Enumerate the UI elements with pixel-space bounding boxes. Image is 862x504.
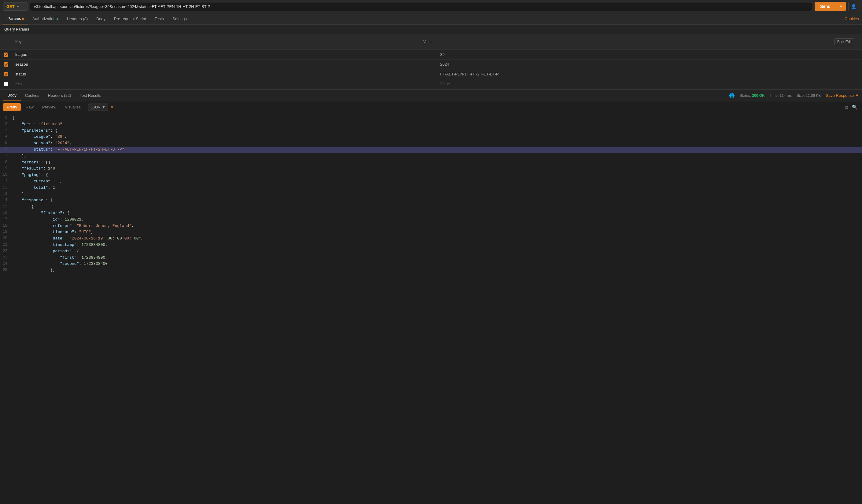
tab-headers[interactable]: Headers (8)	[63, 13, 92, 24]
auth-dot	[56, 18, 58, 20]
save-response-button[interactable]: Save Response ▼	[826, 93, 859, 98]
tab-body[interactable]: Body	[92, 13, 110, 24]
tab-params[interactable]: Params	[3, 13, 28, 24]
param-row-status: status FT-AET-PEN-1H-HT-2H-ET-BT-P	[0, 69, 862, 79]
body-tab-raw[interactable]: Raw	[22, 103, 37, 111]
json-line-15: 15 {	[0, 204, 862, 210]
response-section: Body Cookies Headers (22) Test Results 🌐…	[0, 89, 862, 504]
response-status-bar: 🌐 Status: 200 OK Time: 114 ms Size: 11.0…	[729, 93, 859, 98]
param-row-empty: Key Value	[0, 79, 862, 89]
value-header: Value	[420, 37, 828, 47]
value-cell-status: FT-AET-PEN-1H-HT-2H-ET-BT-P	[437, 69, 862, 79]
params-dot	[22, 18, 24, 20]
json-line-4: 4 "league": "39",	[0, 134, 862, 140]
json-line-23: 23 "first": 1723834800,	[0, 255, 862, 261]
body-tab-preview[interactable]: Preview	[39, 103, 60, 111]
status-value: 200 OK	[752, 93, 765, 98]
send-label: Send	[814, 2, 836, 11]
checkbox-cell-empty	[0, 79, 12, 89]
json-line-25: 25 },	[0, 267, 862, 274]
copy-icon[interactable]: ⧉	[844, 104, 849, 110]
time-value: 114 ms	[780, 93, 792, 98]
key-cell-season: season	[12, 59, 437, 69]
query-params-section: Query Params Key Value Bulk Edit league	[0, 25, 862, 89]
value-cell-league: 39	[437, 50, 862, 59]
json-line-10: 10 "paging": {	[0, 172, 862, 178]
send-chevron-icon[interactable]: ▼	[836, 2, 846, 10]
profile-icon-button[interactable]: 👤	[848, 2, 859, 11]
tab-authorization[interactable]: Authorization	[28, 13, 63, 24]
bulk-edit-header: Bulk Edit	[828, 34, 862, 50]
response-tabs: Body Cookies Headers (22) Test Results 🌐…	[0, 90, 862, 102]
save-response-chevron-icon: ▼	[855, 93, 859, 98]
json-line-24: 24 "second": 1723838400	[0, 261, 862, 267]
json-line-18: 18 "referee": "Robert Jones, England",	[0, 223, 862, 229]
key-header: Key	[12, 37, 420, 47]
json-line-21: 21 "timestamp": 1723834800,	[0, 242, 862, 248]
method-select[interactable]: GET ▼	[3, 2, 27, 11]
json-line-12: 12 "total": 1	[0, 185, 862, 191]
url-bar: GET ▼ Send ▼ 👤	[0, 0, 862, 13]
json-line-14: 14 "response": [	[0, 197, 862, 204]
query-params-header: Query Params	[0, 25, 862, 34]
time-label: Time: 114 ms	[770, 93, 792, 98]
cookies-link[interactable]: Cookies	[845, 16, 859, 21]
value-cell-season: 2024	[437, 59, 862, 69]
url-input[interactable]	[30, 2, 812, 11]
json-line-5: 5 "season": "2024",	[0, 140, 862, 147]
json-line-3: 3 "parameters": {	[0, 128, 862, 134]
status-label: Status: 200 OK	[740, 93, 765, 98]
filter-icon[interactable]: ≡	[110, 105, 113, 110]
key-cell-league: league	[12, 50, 437, 59]
format-label: JSON	[91, 105, 101, 109]
format-select[interactable]: JSON ▼	[88, 104, 108, 111]
search-icon[interactable]: 🔍	[851, 104, 859, 110]
json-viewer[interactable]: 1{2 "get": "fixtures",3 "parameters": {4…	[0, 113, 862, 504]
format-chevron-icon: ▼	[102, 105, 105, 109]
json-line-17: 17 "id": 1208021,	[0, 216, 862, 223]
bulk-edit-button[interactable]: Bulk Edit	[835, 39, 854, 45]
checkbox-cell-league	[0, 50, 12, 59]
json-line-8: 8 "errors": [],	[0, 159, 862, 166]
size-value: 11.06 KB	[806, 93, 821, 98]
method-label: GET	[6, 4, 15, 9]
params-table-header: Key Value Bulk Edit	[0, 34, 862, 50]
json-line-13: 13 },	[0, 191, 862, 198]
checkbox-status[interactable]	[4, 72, 8, 76]
request-tabs: Params Authorization Headers (8) Body Pr…	[0, 13, 862, 25]
tab-response-body[interactable]: Body	[3, 90, 21, 101]
tab-pre-request[interactable]: Pre-request Script	[110, 13, 151, 24]
checkbox-empty[interactable]	[4, 82, 8, 86]
json-line-16: 16 "fixture": {	[0, 210, 862, 216]
body-tab-pretty[interactable]: Pretty	[3, 103, 21, 111]
params-wrapper: Key Value Bulk Edit league 39	[0, 34, 862, 89]
tab-tests[interactable]: Tests	[151, 13, 168, 24]
json-line-2: 2 "get": "fixtures",	[0, 121, 862, 128]
json-line-20: 20 "date": "2024-08-16T19: 00: 00+00: 00…	[0, 236, 862, 242]
json-line-1: 1{	[0, 115, 862, 121]
body-tab-visualize[interactable]: Visualize	[61, 103, 84, 111]
send-button[interactable]: Send ▼	[814, 2, 846, 11]
json-line-11: 11 "current": 1,	[0, 178, 862, 185]
size-label: Size: 11.06 KB	[797, 93, 821, 98]
checkbox-league[interactable]	[4, 53, 8, 57]
value-cell-empty[interactable]: Value	[437, 79, 862, 89]
json-line-22: 22 "periods": {	[0, 248, 862, 255]
checkbox-cell-status	[0, 69, 12, 79]
json-line-19: 19 "timezone": "UTC",	[0, 229, 862, 236]
main-container: GET ▼ Send ▼ 👤 Params Authorization Head…	[0, 0, 862, 504]
param-row-season: season 2024	[0, 59, 862, 69]
tab-settings[interactable]: Settings	[168, 13, 191, 24]
key-cell-empty[interactable]: Key	[12, 79, 437, 89]
globe-icon[interactable]: 🌐	[729, 93, 735, 98]
tab-test-results[interactable]: Test Results	[75, 90, 105, 101]
checkbox-cell-season	[0, 59, 12, 69]
body-toolbar: Pretty Raw Preview Visualize JSON ▼ ≡ ⧉ …	[0, 102, 862, 113]
key-cell-status: status	[12, 69, 437, 79]
json-line-7: 7 },	[0, 153, 862, 159]
tab-response-cookies[interactable]: Cookies	[21, 90, 44, 101]
param-row-league: league 39	[0, 50, 862, 59]
tab-response-headers[interactable]: Headers (22)	[44, 90, 76, 101]
checkbox-season[interactable]	[4, 62, 8, 67]
json-line-6: 6 "status": "FT-AET-PEN-1H-HT-2H-ET-BT-P…	[0, 147, 862, 153]
